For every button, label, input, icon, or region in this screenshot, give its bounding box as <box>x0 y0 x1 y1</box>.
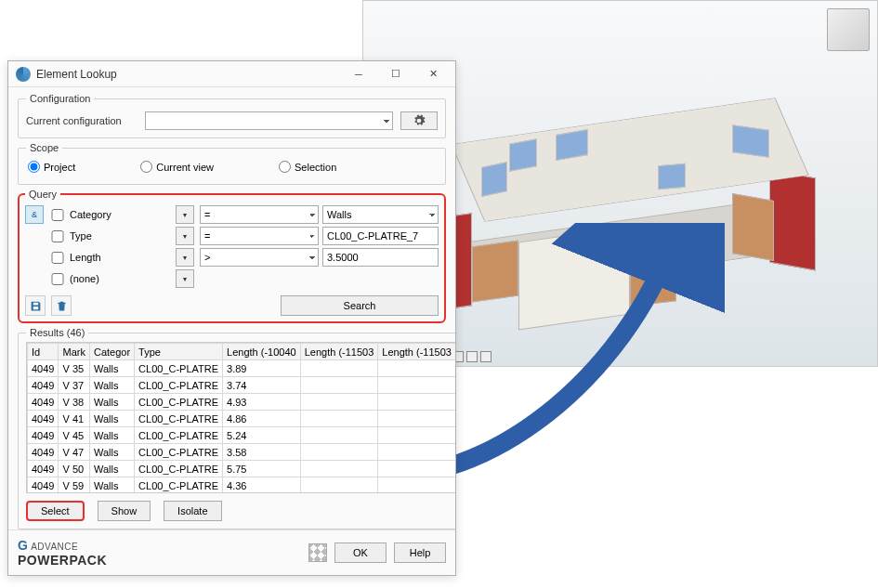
scope-legend: Scope <box>26 142 62 153</box>
save-query-button[interactable] <box>25 295 46 316</box>
query-field-label: Category <box>70 209 172 220</box>
and-operator-button[interactable]: & <box>25 205 44 224</box>
table-row[interactable]: 4049V 45WallsCL00_C-PLATRE5.24 <box>28 427 456 444</box>
gear-icon <box>413 114 426 127</box>
query-field-dropdown[interactable]: ▾ <box>176 269 194 288</box>
element-lookup-dialog: Element Lookup ─ ☐ ✕ Configuration Curre… <box>7 60 456 576</box>
table-row[interactable]: 4049V 35WallsCL00_C-PLATRE3.89 <box>28 360 456 377</box>
table-row[interactable]: 4049V 41WallsCL00_C-PLATRE4.86 <box>28 411 456 427</box>
query-row-checkbox[interactable] <box>49 230 66 242</box>
table-row[interactable]: 4049V 47WallsCL00_C-PLATRE3.58 <box>28 444 456 461</box>
delete-query-button[interactable] <box>51 295 72 316</box>
query-field-label: Length <box>70 252 172 263</box>
query-field-label: Type <box>70 230 172 242</box>
column-header[interactable]: Categor <box>89 344 134 360</box>
query-field-dropdown[interactable]: ▾ <box>176 227 194 245</box>
query-operator-select[interactable]: > <box>200 248 319 267</box>
table-row[interactable]: 4049V 37WallsCL00_C-PLATRE3.74 <box>28 377 456 394</box>
column-header[interactable]: Length (-11503 <box>300 344 378 360</box>
query-operator-select[interactable]: = <box>200 205 319 224</box>
minimize-button[interactable]: ─ <box>340 64 377 85</box>
table-row[interactable]: 4049V 59WallsCL00_C-PLATRE4.36 <box>28 477 456 494</box>
current-config-label: Current configuration <box>26 115 138 126</box>
building-3d <box>416 53 825 350</box>
show-button[interactable]: Show <box>98 501 151 521</box>
app-icon <box>16 67 31 82</box>
query-value-input[interactable]: Walls <box>322 205 439 224</box>
results-table-wrap[interactable]: IdMarkCategorTypeLength (-10040Length (-… <box>26 342 455 493</box>
column-header[interactable]: Type <box>135 344 223 360</box>
window-title: Element Lookup <box>36 68 340 81</box>
trash-icon <box>56 300 68 312</box>
results-table: IdMarkCategorTypeLength (-10040Length (-… <box>27 343 455 493</box>
select-button[interactable]: Select <box>26 501 85 521</box>
table-row[interactable]: 4049V 38WallsCL00_C-PLATRE4.93 <box>28 394 456 411</box>
column-header[interactable]: Length (-10040 <box>223 344 301 360</box>
configuration-legend: Configuration <box>26 93 94 104</box>
query-group: Query &Category▾=WallsType▾=Length▾>(non… <box>18 189 446 323</box>
transparency-toggle[interactable] <box>308 543 327 562</box>
query-operator-select[interactable]: = <box>200 227 319 245</box>
scope-project[interactable]: Project <box>28 161 75 173</box>
close-button[interactable]: ✕ <box>414 64 452 85</box>
configuration-group: Configuration Current configuration <box>18 93 446 138</box>
help-button[interactable]: Help <box>394 542 446 563</box>
query-legend: Query <box>25 189 60 200</box>
column-header[interactable]: Length (-11503 <box>378 344 455 360</box>
dialog-footer: G ADVANCE POWERPACK OK Help <box>8 529 455 575</box>
query-row-checkbox[interactable] <box>49 252 66 264</box>
scope-current-view[interactable]: Current view <box>140 161 214 173</box>
query-value-input[interactable] <box>322 248 439 267</box>
save-icon <box>30 300 42 312</box>
query-row-checkbox[interactable] <box>49 209 66 221</box>
table-row[interactable]: 4049V 50WallsCL00_C-PLATRE5.75 <box>28 461 456 477</box>
ok-button[interactable]: OK <box>334 542 387 563</box>
results-group: Results (46) IdMarkCategorTypeLength (-1… <box>18 327 455 529</box>
config-settings-button[interactable] <box>400 111 438 130</box>
scope-group: Scope Project Current view Selection <box>18 142 446 185</box>
titlebar[interactable]: Element Lookup ─ ☐ ✕ <box>8 61 455 87</box>
scope-selection[interactable]: Selection <box>279 161 336 173</box>
column-header[interactable]: Mark <box>59 344 89 360</box>
current-config-select[interactable] <box>145 111 393 130</box>
isolate-button[interactable]: Isolate <box>164 501 221 521</box>
query-field-label: (none) <box>70 273 172 284</box>
query-field-dropdown[interactable]: ▾ <box>176 248 194 267</box>
brand-logo: G ADVANCE POWERPACK <box>18 538 107 568</box>
query-value-input[interactable] <box>322 227 439 245</box>
maximize-button[interactable]: ☐ <box>377 64 414 85</box>
query-row-checkbox[interactable] <box>49 273 66 285</box>
results-legend: Results (46) <box>26 327 88 338</box>
query-field-dropdown[interactable]: ▾ <box>176 205 194 224</box>
search-button[interactable]: Search <box>281 295 439 316</box>
navigation-cube[interactable] <box>827 8 870 51</box>
column-header[interactable]: Id <box>28 344 59 360</box>
